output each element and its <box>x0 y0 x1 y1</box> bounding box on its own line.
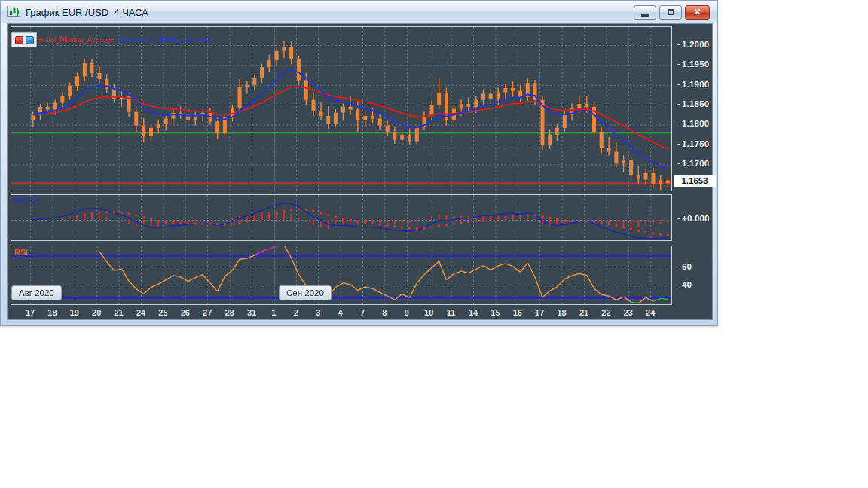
price-tick: 1.1700 <box>677 159 716 168</box>
chart-area: Exponential_Moving_Average Exponential_M… <box>7 23 713 320</box>
ema-blue-swatch-button[interactable] <box>26 36 34 44</box>
x-axis-label: 4 <box>332 308 349 317</box>
date-axis: 1718192021242526272831123478910111415161… <box>8 307 714 321</box>
x-axis-label: 17 <box>22 308 38 317</box>
close-icon: ✕ <box>693 8 701 17</box>
x-axis-label: 11 <box>443 308 460 317</box>
x-axis-label: 16 <box>509 308 526 317</box>
legend-ema-blue: Exponential_Moving_Average <box>118 35 214 44</box>
x-axis-label: 24 <box>642 308 659 317</box>
macd-panel <box>11 194 672 241</box>
x-axis-label: 24 <box>133 308 149 317</box>
x-axis-label: 2 <box>288 308 304 317</box>
x-axis-label: 18 <box>44 308 60 317</box>
price-tick: 1.1750 <box>677 139 716 148</box>
x-axis-label: 10 <box>420 308 437 317</box>
restore-icon <box>668 9 674 15</box>
rsi-tick-40: 40 <box>677 280 716 289</box>
month-badge-sep: Сен 2020 <box>279 285 332 300</box>
close-button[interactable]: ✕ <box>685 5 710 20</box>
x-axis-label: 9 <box>399 308 415 317</box>
x-axis-label: 17 <box>531 308 548 317</box>
x-axis-label: 27 <box>199 308 215 317</box>
ema-red-swatch-button[interactable] <box>15 36 23 44</box>
x-axis-label: 8 <box>376 308 393 317</box>
price-tick: 1.2000 <box>677 40 716 49</box>
x-axis-label: 21 <box>111 308 127 317</box>
rsi-tick-60: 60 <box>677 262 716 271</box>
indicator-swatch-box <box>11 32 37 47</box>
x-axis-label: 28 <box>222 308 238 317</box>
x-axis-label: 26 <box>177 308 194 317</box>
macd-canvas[interactable] <box>11 195 671 240</box>
month-badge-aug: Авг 2020 <box>11 285 62 300</box>
macd-axis-label: +0.000 <box>677 214 716 223</box>
x-axis-label: 19 <box>66 308 83 317</box>
titlebar[interactable]: График EUR /USD 4 ЧАСА ✕ <box>1 1 717 23</box>
rsi-panel <box>11 246 672 305</box>
macd-label: MACD <box>14 196 39 205</box>
window-title: График EUR /USD 4 ЧАСА <box>26 7 148 18</box>
chart-window: График EUR /USD 4 ЧАСА ✕ Exponential_Mov… <box>0 0 718 326</box>
x-axis-label: 14 <box>465 308 481 317</box>
candlestick-chart-icon[interactable] <box>7 6 20 18</box>
minimize-icon <box>641 14 649 17</box>
price-tick: 1.1800 <box>677 119 716 128</box>
current-price-label: 1.1653 <box>674 175 716 187</box>
x-axis-label: 3 <box>310 308 326 317</box>
restore-button[interactable] <box>659 5 682 20</box>
price-chart-canvas[interactable] <box>11 27 671 191</box>
price-tick: 1.1900 <box>677 80 716 89</box>
x-axis-label: 7 <box>354 308 371 317</box>
x-axis-label: 1 <box>265 308 282 317</box>
x-axis-label: 22 <box>598 308 614 317</box>
price-tick: 1.1950 <box>677 59 716 69</box>
x-axis-label: 18 <box>554 308 570 317</box>
x-axis-label: 15 <box>487 308 503 317</box>
rsi-label: RSI <box>14 248 28 257</box>
x-axis-label: 23 <box>620 308 637 317</box>
x-axis-label: 31 <box>243 308 260 317</box>
price-tick: 1.1850 <box>677 99 716 108</box>
window-controls: ✕ <box>634 5 710 20</box>
minimize-button[interactable] <box>634 5 656 20</box>
x-axis-label: 21 <box>576 308 592 317</box>
price-panel <box>11 26 672 191</box>
x-axis-label: 25 <box>154 308 171 317</box>
x-axis-label: 20 <box>88 308 105 317</box>
rsi-canvas[interactable] <box>11 246 671 304</box>
